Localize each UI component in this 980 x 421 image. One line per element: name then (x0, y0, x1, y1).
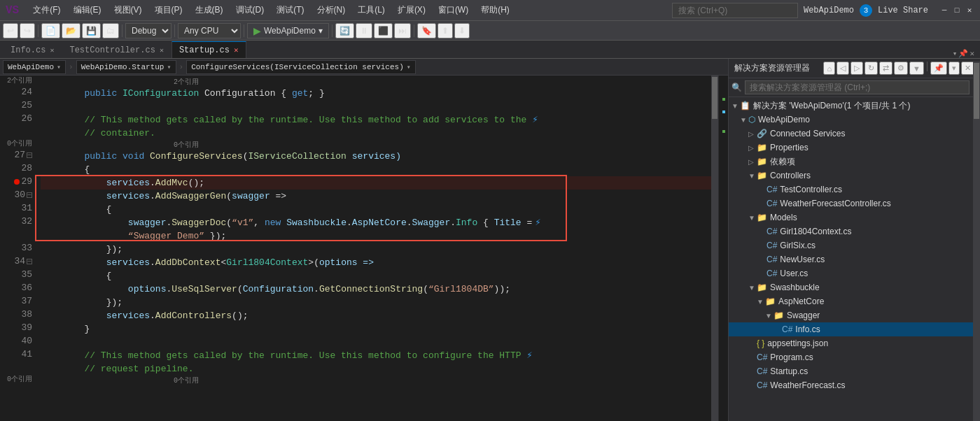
tree-item-swagger[interactable]: ▼ 📁 Swagger (729, 308, 980, 322)
sidebar-home-button[interactable]: ⌂ (823, 62, 835, 75)
tree-item-weather-controller[interactable]: ▷ C# WeatherForecastController.cs (729, 197, 980, 210)
toolbar-misc-4[interactable]: ⏭ (394, 23, 411, 38)
code-line-32[interactable]: swagger.SwaggerDoc(“v1”, new Swashbuckle… (41, 216, 711, 229)
tree-item-connected-services[interactable]: ▷ 🔗 Connected Services (729, 127, 980, 141)
menu-analyze[interactable]: 分析(N) (312, 3, 351, 17)
tab-info-cs-close[interactable]: ✕ (50, 46, 54, 55)
tree-item-girl1804[interactable]: ▷ C# Girl1804Context.cs (729, 224, 980, 238)
menu-edit[interactable]: 编辑(E) (68, 3, 107, 17)
redo-button[interactable]: ↪ (20, 23, 35, 38)
code-line-34[interactable]: services.AddDbContext<Girl1804Context>(o… (41, 256, 711, 269)
menu-extensions[interactable]: 扩展(X) (392, 3, 431, 17)
sidebar-back-button[interactable]: ◁ (836, 62, 849, 75)
undo-button[interactable]: ↩ (3, 23, 18, 38)
code-nav-method[interactable]: ConfigureServices(IServiceCollection ser… (186, 60, 416, 74)
tree-item-project[interactable]: ▼ ⬡ WebApiDemo (729, 113, 980, 127)
code-nav-class[interactable]: WebApiDemo.Startup ▾ (76, 60, 176, 74)
tab-info-cs[interactable]: Info.cs ✕ (3, 41, 62, 58)
code-line-24[interactable]: public IConfiguration Configuration { ge… (41, 87, 711, 100)
menu-window[interactable]: 窗口(W) (433, 3, 474, 17)
tree-item-solution[interactable]: ▼ 📋 解决方案 'WebApiDemo'(1 个项目/共 1 个) (729, 99, 980, 113)
sidebar-pin-button[interactable]: 📌 (958, 49, 968, 58)
tree-item-girlsix[interactable]: ▷ C# GirlSix.cs (729, 238, 980, 252)
tree-item-startup-cs[interactable]: ▷ C# Startup.cs (729, 364, 980, 378)
tab-list-button[interactable]: ▾ (953, 49, 958, 58)
tree-item-info-cs[interactable]: ▷ C# Info.cs (729, 322, 980, 336)
open-button[interactable]: 📂 (62, 23, 80, 38)
fold-34[interactable]: ─ (27, 259, 32, 264)
tab-test-controller[interactable]: TestController.cs ✕ (62, 41, 171, 58)
code-line-35[interactable]: { (41, 269, 711, 283)
menu-view[interactable]: 视图(V) (108, 3, 148, 17)
live-share-btn[interactable]: Live Share (878, 6, 928, 15)
code-line-40[interactable] (41, 336, 711, 349)
code-nav-dropdown-2[interactable]: ▾ (167, 63, 171, 71)
tree-item-user[interactable]: ▷ C# User.cs (729, 266, 980, 280)
menu-file[interactable]: 文件(F) (27, 3, 66, 17)
code-line-32-cont[interactable]: “Swagger Demo” }); (41, 229, 711, 243)
run-button[interactable]: ▶ WebApiDemo ▾ (247, 23, 329, 38)
code-line-25[interactable] (41, 100, 711, 113)
menu-debug[interactable]: 调试(D) (230, 3, 270, 17)
tab-startup[interactable]: Startup.cs ✕ (172, 41, 246, 58)
tree-item-models[interactable]: ▼ 📁 Models (729, 210, 980, 224)
code-editor[interactable]: 2个引用 24 25 26 0个引用 27 ─ (0, 76, 728, 421)
code-line-39[interactable]: } (41, 322, 711, 336)
save-button[interactable]: 💾 (82, 23, 101, 38)
code-nav-dropdown-1[interactable]: ▾ (57, 63, 61, 71)
adornment-icon-41[interactable]: ⚡ (526, 349, 532, 362)
code-line-37[interactable]: }); (41, 296, 711, 309)
sidebar-search-input[interactable] (745, 80, 969, 94)
code-line-31[interactable]: { (41, 203, 711, 216)
save-all-button[interactable]: 🗂 (102, 23, 119, 38)
code-nav-project[interactable]: WebApiDemo ▾ (3, 60, 66, 74)
search-input[interactable] (672, 3, 798, 18)
code-line-27[interactable]: public void ConfigureServices(IServiceCo… (41, 150, 711, 163)
toolbar-git-3[interactable]: ⬇ (454, 23, 470, 38)
tree-item-aspnetcore[interactable]: ▼ 📁 AspNetCore (729, 294, 980, 308)
sidebar-close-button[interactable]: ✕ (969, 49, 974, 58)
menu-project[interactable]: 项目(P) (149, 3, 188, 17)
toolbar-git-2[interactable]: ⬆ (438, 23, 453, 38)
code-line-29[interactable]: services.AddMvc(); (41, 176, 711, 190)
debug-config-select[interactable]: Debug (125, 23, 172, 38)
code-content[interactable]: 2个引用 public IConfiguration Configuration… (35, 76, 711, 421)
tree-item-properties[interactable]: ▷ 📁 Properties (729, 141, 980, 155)
fold-27[interactable]: ─ (27, 152, 32, 158)
toolbar-misc-3[interactable]: ⬛ (374, 23, 393, 38)
code-line-33[interactable]: }); (41, 243, 711, 256)
tree-item-swashbuckle[interactable]: ▼ 📁 Swashbuckle (729, 280, 980, 294)
sidebar-filter-button[interactable]: ▼ (909, 62, 924, 75)
sidebar-scrollbar[interactable] (973, 62, 980, 421)
sidebar-sync-button[interactable]: ⇄ (879, 62, 892, 75)
adornment-icon-32[interactable]: ⚡ (535, 216, 540, 229)
new-file-button[interactable]: 📄 (41, 23, 60, 38)
adornment-icon-26[interactable]: ⚡ (532, 113, 538, 127)
sidebar-down-button[interactable]: ▾ (948, 62, 960, 75)
code-line-38[interactable]: services.AddControllers(); (41, 309, 711, 322)
tree-item-test-controller[interactable]: ▷ C# TestController.cs (729, 183, 980, 197)
menu-build[interactable]: 生成(B) (190, 3, 229, 17)
sidebar-refresh-button[interactable]: ↻ (864, 62, 878, 75)
menu-test[interactable]: 测试(T) (271, 3, 309, 17)
tab-test-controller-close[interactable]: ✕ (160, 46, 164, 55)
code-scrollbar[interactable] (711, 76, 718, 421)
scrollbar-thumb[interactable] (712, 77, 718, 119)
sidebar-scrollbar-thumb[interactable] (974, 63, 979, 119)
maximize-button[interactable]: □ (952, 6, 962, 15)
sidebar-pin-button[interactable]: 📌 (930, 62, 947, 75)
code-nav-dropdown-3[interactable]: ▾ (407, 63, 411, 71)
close-button[interactable]: ✕ (965, 6, 974, 15)
toolbar-misc-2[interactable]: ⏸ (356, 23, 372, 38)
tree-item-appsettings[interactable]: ▷ { } appsettings.json (729, 336, 980, 350)
menu-tools[interactable]: 工具(L) (352, 3, 391, 17)
toolbar-misc-1[interactable]: 🔄 (335, 23, 354, 38)
tree-item-deps[interactable]: ▷ 📁 依赖项 (729, 155, 980, 169)
code-line-28[interactable]: { (41, 163, 711, 176)
code-line-26[interactable]: // This method gets called by the runtim… (41, 113, 711, 127)
breakpoint-29[interactable] (14, 179, 20, 185)
fold-30[interactable]: ─ (27, 192, 32, 198)
code-line-36[interactable]: options.UseSqlServer(Configuration.GetCo… (41, 283, 711, 296)
tree-item-weather-forecast[interactable]: ▷ C# WeatherForecast.cs (729, 378, 980, 392)
menu-help[interactable]: 帮助(H) (475, 3, 515, 17)
